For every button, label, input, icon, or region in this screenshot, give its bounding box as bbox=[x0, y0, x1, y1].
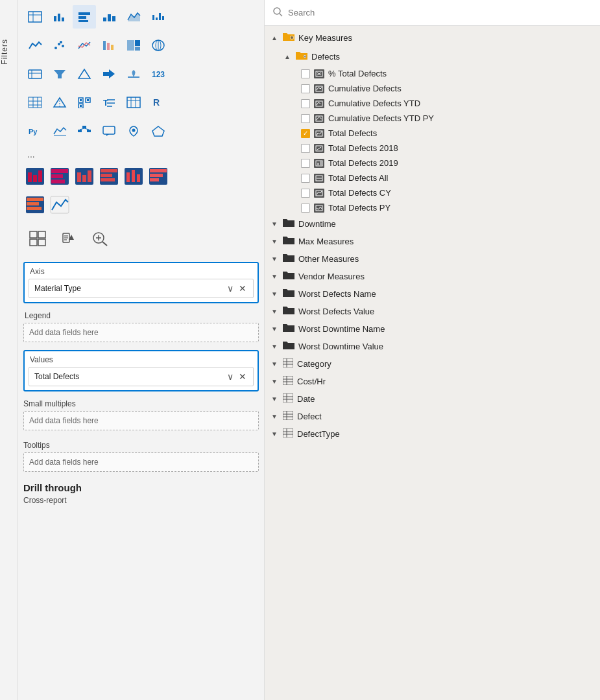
small-multiples-drop-zone[interactable]: Add data fields here bbox=[23, 411, 259, 430]
viz-icon-matrix[interactable] bbox=[23, 91, 47, 114]
viz-icon-line[interactable] bbox=[23, 34, 47, 57]
svg-rect-74 bbox=[38, 170, 42, 182]
svg-rect-100 bbox=[30, 231, 37, 238]
more-icons-label[interactable]: ... bbox=[23, 148, 259, 165]
group-defects-header[interactable]: ▲ Defects bbox=[278, 47, 600, 66]
worst-defects-value-text: Worst Defects Value bbox=[298, 307, 374, 316]
group-max-measures-header[interactable]: ▼ Max Measures bbox=[265, 233, 600, 250]
field-total-defects-py[interactable]: Total Defects PY bbox=[278, 200, 600, 215]
checkbox-total-defects-all[interactable] bbox=[301, 174, 310, 183]
key-measures-chevron: ▲ bbox=[271, 34, 279, 41]
checkbox-total-defects-2018[interactable] bbox=[301, 144, 310, 153]
viz-icon-text[interactable]: T bbox=[97, 91, 121, 114]
tooltips-drop-zone[interactable]: Add data fields here bbox=[23, 452, 259, 472]
field-total-defects-all[interactable]: Total Defects All bbox=[278, 170, 600, 185]
viz-icon-123[interactable]: 123 bbox=[147, 62, 170, 86]
axis-chevron-btn[interactable]: ∨ bbox=[226, 283, 235, 294]
viz-icon-map[interactable] bbox=[147, 34, 170, 57]
search-input[interactable] bbox=[288, 8, 592, 18]
group-date-header[interactable]: ▼ Date bbox=[265, 390, 600, 408]
defect-name: Defect bbox=[297, 412, 322, 421]
legend-drop-zone[interactable]: Add data fields here bbox=[23, 323, 259, 342]
viz-icon-table[interactable] bbox=[23, 5, 47, 29]
field-cumulative-defects[interactable]: Cumulative Defects bbox=[278, 81, 600, 96]
viz-icon-column[interactable] bbox=[97, 5, 121, 29]
group-worst-defects-name-header[interactable]: ▼ Worst Defects Name bbox=[265, 285, 600, 303]
checkbox-total-defects[interactable]: ✓ bbox=[301, 129, 310, 138]
color-viz-1[interactable] bbox=[23, 165, 47, 188]
field-total-defects-all-text: Total Defects All bbox=[328, 173, 389, 183]
field-cumulative-defects-ytd-py[interactable]: Cumulative Defects YTD PY bbox=[278, 111, 600, 126]
viz-icon-treemap[interactable] bbox=[122, 34, 145, 57]
grid-tool-btn[interactable] bbox=[23, 226, 52, 251]
svg-rect-88 bbox=[126, 172, 130, 182]
checkbox-cumulative-ytd[interactable] bbox=[301, 99, 310, 108]
filters-tab[interactable]: Filters bbox=[0, 0, 18, 700]
svg-rect-7 bbox=[78, 16, 86, 19]
viz-icon-shape2[interactable] bbox=[147, 119, 170, 143]
values-remove-btn[interactable]: ✕ bbox=[237, 371, 248, 382]
viz-icon-triangle[interactable] bbox=[48, 91, 71, 114]
svg-marker-12 bbox=[128, 13, 140, 21]
cost-hr-chevron: ▼ bbox=[271, 378, 279, 385]
viz-icon-decomp[interactable] bbox=[73, 119, 96, 143]
group-defecttype-header[interactable]: ▼ DefectType bbox=[265, 425, 600, 443]
viz-icon-shape[interactable] bbox=[73, 62, 96, 86]
viz-icon-area[interactable] bbox=[122, 5, 145, 29]
cross-report-label: Cross-report bbox=[23, 496, 259, 505]
field-total-defects-2018[interactable]: Total Defects 2018 bbox=[278, 141, 600, 156]
group-worst-downtime-value-header[interactable]: ▼ Worst Downtime Value bbox=[265, 338, 600, 355]
group-other-measures-header[interactable]: ▼ Other Measures bbox=[265, 250, 600, 268]
group-cost-hr-header[interactable]: ▼ Cost/Hr bbox=[265, 373, 600, 390]
color-viz-8[interactable] bbox=[48, 193, 71, 216]
group-key-measures-header[interactable]: ▲ Key Measures bbox=[265, 29, 600, 47]
viz-icon-table2[interactable] bbox=[122, 91, 145, 114]
viz-icon-r[interactable]: R bbox=[147, 91, 170, 114]
color-viz-3[interactable] bbox=[73, 165, 96, 188]
checkbox-pct-total-defects[interactable] bbox=[301, 69, 310, 78]
viz-icon-py[interactable]: Py bbox=[23, 119, 47, 143]
viz-icon-ribbon[interactable] bbox=[97, 34, 121, 57]
svg-marker-43 bbox=[54, 98, 66, 107]
group-category-header[interactable]: ▼ Category bbox=[265, 355, 600, 373]
group-defect-header[interactable]: ▼ Defect bbox=[265, 408, 600, 425]
viz-icon-qr[interactable] bbox=[73, 91, 96, 114]
checkbox-total-defects-cy[interactable] bbox=[301, 189, 310, 198]
viz-icon-scatter[interactable] bbox=[48, 34, 71, 57]
viz-icon-filter[interactable] bbox=[48, 62, 71, 86]
field-cumulative-defects-ytd[interactable]: Cumulative Defects YTD bbox=[278, 96, 600, 111]
color-viz-4[interactable] bbox=[97, 165, 121, 188]
format-tool-btn[interactable] bbox=[54, 226, 83, 251]
color-viz-6[interactable] bbox=[147, 165, 170, 188]
viz-icon-waterfall[interactable] bbox=[147, 5, 170, 29]
viz-icon-bar[interactable] bbox=[48, 5, 71, 29]
viz-icon-bar-selected[interactable] bbox=[73, 5, 96, 29]
group-worst-downtime-name-header[interactable]: ▼ Worst Downtime Name bbox=[265, 320, 600, 338]
axis-remove-btn[interactable]: ✕ bbox=[237, 283, 248, 294]
checkbox-cumulative-defects[interactable] bbox=[301, 84, 310, 93]
viz-icon-arrow[interactable] bbox=[97, 62, 121, 86]
values-chevron-btn[interactable]: ∨ bbox=[226, 371, 235, 382]
analytics-tool-btn[interactable] bbox=[86, 226, 114, 251]
group-vendor-measures-header[interactable]: ▼ Vendor Measures bbox=[265, 268, 600, 285]
checkbox-cumulative-ytd-py[interactable] bbox=[301, 114, 310, 123]
field-total-defects-cy[interactable]: Total Defects CY bbox=[278, 185, 600, 200]
viz-icon-chat[interactable] bbox=[97, 119, 121, 143]
viz-icon-multiline[interactable] bbox=[73, 34, 96, 57]
group-downtime-header[interactable]: ▼ Downtime bbox=[265, 215, 600, 233]
field-total-defects-2019[interactable]: Total Defects 2019 bbox=[278, 156, 600, 170]
checkbox-total-defects-py[interactable] bbox=[301, 204, 310, 213]
viz-icon-linearea[interactable] bbox=[48, 119, 71, 143]
checkbox-total-defects-2019[interactable] bbox=[301, 159, 310, 168]
viz-icon-kpi[interactable] bbox=[122, 62, 145, 86]
viz-icon-map2[interactable] bbox=[122, 119, 145, 143]
color-viz-5[interactable] bbox=[122, 165, 145, 188]
viz-icon-gauge[interactable] bbox=[23, 62, 47, 86]
color-viz-7[interactable] bbox=[23, 193, 47, 216]
group-worst-defects-value-header[interactable]: ▼ Worst Defects Value bbox=[265, 303, 600, 320]
svg-rect-81 bbox=[82, 175, 86, 182]
color-viz-2[interactable] bbox=[48, 165, 71, 188]
field-total-defects[interactable]: ✓ Total Defects bbox=[278, 126, 600, 141]
svg-rect-82 bbox=[88, 170, 91, 182]
field-pct-total-defects[interactable]: % Total Defects bbox=[278, 66, 600, 81]
